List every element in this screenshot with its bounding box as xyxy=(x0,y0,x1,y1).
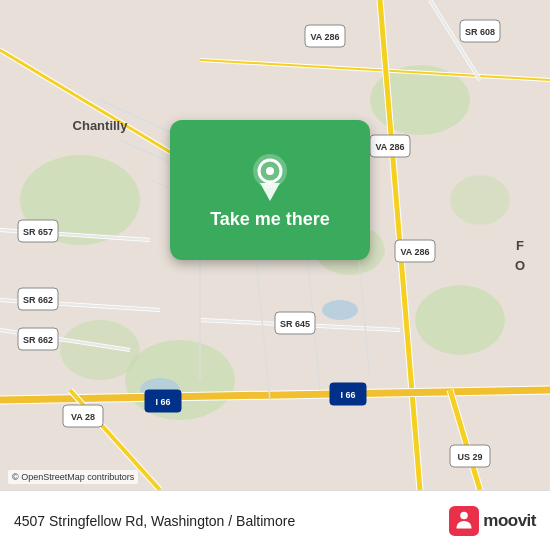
svg-text:VA 286: VA 286 xyxy=(400,247,429,257)
svg-marker-69 xyxy=(260,183,280,201)
svg-point-4 xyxy=(415,285,505,355)
location-pin-icon xyxy=(245,151,295,201)
moovit-logo: moovit xyxy=(449,506,536,536)
svg-point-71 xyxy=(461,511,469,519)
svg-text:VA 28: VA 28 xyxy=(71,412,95,422)
take-me-there-button[interactable]: Take me there xyxy=(210,209,330,230)
svg-point-68 xyxy=(266,167,274,175)
svg-text:SR 657: SR 657 xyxy=(23,227,53,237)
svg-text:SR 608: SR 608 xyxy=(465,27,495,37)
svg-text:US 29: US 29 xyxy=(457,452,482,462)
moovit-brand-icon xyxy=(449,506,479,536)
svg-text:O: O xyxy=(515,258,525,273)
svg-text:VA 286: VA 286 xyxy=(375,142,404,152)
svg-text:SR 645: SR 645 xyxy=(280,319,310,329)
svg-text:VA 286: VA 286 xyxy=(310,32,339,42)
map-view: VA 286 VA 286 VA 286 SR 608 SR 657 SR 66… xyxy=(0,0,550,490)
svg-text:SR 662: SR 662 xyxy=(23,335,53,345)
moovit-text-label: moovit xyxy=(483,511,536,531)
svg-text:F: F xyxy=(516,238,524,253)
bottom-info-bar: 4507 Stringfellow Rd, Washington / Balti… xyxy=(0,490,550,550)
svg-text:Chantilly: Chantilly xyxy=(73,118,129,133)
svg-text:I 66: I 66 xyxy=(155,397,170,407)
svg-point-9 xyxy=(322,300,358,320)
navigation-popup[interactable]: Take me there xyxy=(170,120,370,260)
address-label: 4507 Stringfellow Rd, Washington / Balti… xyxy=(14,513,449,529)
copyright-notice: © OpenStreetMap contributors xyxy=(8,470,138,484)
svg-point-7 xyxy=(450,175,510,225)
svg-text:I 66: I 66 xyxy=(340,390,355,400)
svg-text:SR 662: SR 662 xyxy=(23,295,53,305)
